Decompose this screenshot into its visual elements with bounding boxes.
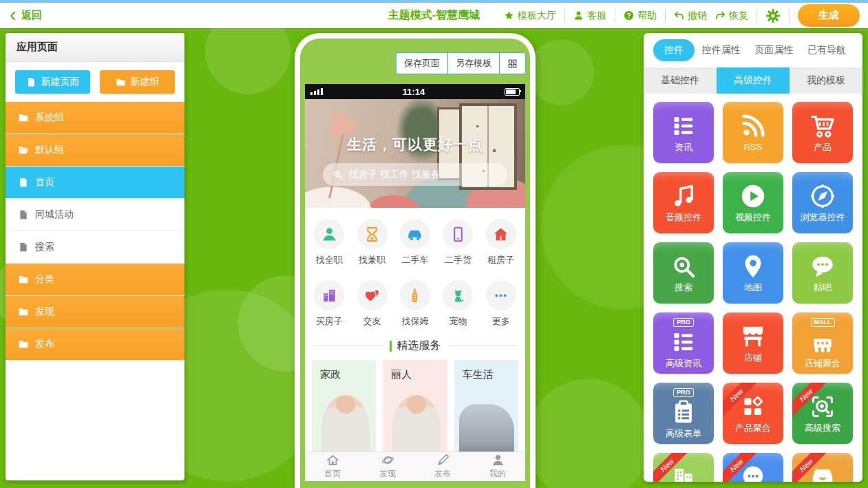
widgets-tab[interactable]: 控件 <box>653 39 695 61</box>
quick-icon-item[interactable]: 二手车 <box>394 219 436 266</box>
quick-icon-label: 交友 <box>363 315 381 328</box>
bottom-nav-label: 我的 <box>489 468 506 480</box>
quick-icon-item[interactable]: 更多 <box>480 280 522 328</box>
widget-tile-icon <box>740 394 766 420</box>
page-title: 主题模式-智慧鹰城 <box>388 8 480 23</box>
page-list-item[interactable]: 搜索 <box>6 231 184 264</box>
widgets-subtab-label: 高级控件 <box>734 74 772 85</box>
new-page-button[interactable]: 新建页面 <box>15 70 90 94</box>
help-label: 帮助 <box>637 10 657 22</box>
help-button[interactable]: 帮助 <box>624 10 657 22</box>
quick-icon-item[interactable]: 二手货 <box>436 219 479 266</box>
page-list-item[interactable]: 首页 <box>6 167 184 199</box>
page-item-label: 默认组 <box>35 144 64 156</box>
widgets-subtabs: 基础控件高级控件我的模板 <box>644 67 862 94</box>
widget-tile[interactable]: 搜索 <box>653 242 714 304</box>
bottom-nav-item[interactable]: 发布 <box>415 452 470 481</box>
widget-tile[interactable]: New 高级搜索 <box>792 383 853 444</box>
widgets-tab[interactable]: 控件属性 <box>695 39 748 61</box>
widget-tile[interactable]: 店铺 <box>723 312 783 374</box>
quick-icon-glyph <box>321 226 337 242</box>
widgets-tab[interactable]: 页面属性 <box>748 39 800 61</box>
service-card-label: 家政 <box>312 360 376 381</box>
page-item-label: 系统组 <box>35 112 64 124</box>
widget-tile[interactable]: New 产品聚合 <box>723 383 783 444</box>
page-item-icon <box>18 112 29 123</box>
save-as-template-button[interactable]: 另存模板 <box>447 52 500 74</box>
service-card[interactable]: 家政 <box>312 360 376 452</box>
customer-service-button[interactable]: 客服 <box>573 10 606 22</box>
widgets-tab-label: 页面属性 <box>754 44 793 55</box>
quick-icon-disc <box>314 280 344 310</box>
hero-search-bar[interactable]: 找房子 找工作 找服务 <box>323 163 507 186</box>
phone-toolbar: 保存页面 另存模板 <box>300 52 530 84</box>
quick-icon-item[interactable]: 租房子 <box>480 219 522 266</box>
template-hall-button[interactable]: 模板大厅 <box>504 10 556 22</box>
widget-tile[interactable]: MALL 店铺聚合 <box>792 312 853 374</box>
widgets-subtab[interactable]: 基础控件 <box>644 67 717 94</box>
quick-icon-item[interactable]: 找全职 <box>308 219 350 266</box>
widget-tile-icon <box>740 253 766 279</box>
quick-icon-disc <box>443 219 473 249</box>
widget-tile-icon <box>740 113 766 139</box>
widgets-tab[interactable]: 已有导航 <box>801 39 853 61</box>
quick-icon-disc <box>357 219 388 249</box>
widget-tile[interactable]: PRO 高级资讯 <box>653 312 714 374</box>
widgets-subtab[interactable]: 我的模板 <box>790 67 862 94</box>
service-card[interactable]: 车生活 <box>454 360 518 452</box>
widget-tile-icon <box>670 464 697 482</box>
folder-icon <box>116 77 126 87</box>
app-pages-panel: 应用页面 新建页面 新建组 系统组 默认组 首页 同城活动 搜索 <box>6 33 184 480</box>
widget-tile-label: 音频控件 <box>666 213 701 222</box>
widget-tile[interactable]: RSS <box>723 102 783 163</box>
generate-button[interactable]: 生成 <box>798 4 860 27</box>
back-button[interactable]: 返回 <box>8 9 42 22</box>
widget-tile-label: 视频控件 <box>735 213 771 222</box>
widget-tile[interactable]: New <box>723 453 783 482</box>
quick-icon-item[interactable]: 找保姆 <box>394 280 436 328</box>
page-list-item[interactable]: 发现 <box>6 296 184 328</box>
quick-icon-label: 更多 <box>492 315 510 328</box>
bottom-nav-item[interactable]: 发现 <box>360 452 415 481</box>
quick-icon-item[interactable]: 找兼职 <box>350 219 393 266</box>
quick-icon-item[interactable]: 宠物 <box>436 280 479 328</box>
bottom-nav-item[interactable]: 首页 <box>305 452 360 481</box>
widget-tile[interactable]: PRO 高级表单 <box>653 383 714 444</box>
widget-tile[interactable]: 产品 <box>792 102 853 163</box>
save-page-button[interactable]: 保存页面 <box>396 52 448 74</box>
widget-tile-icon <box>740 323 766 350</box>
grid-view-button[interactable] <box>499 52 526 74</box>
page-list-item[interactable]: 分类 <box>6 264 184 296</box>
settings-button[interactable] <box>765 8 781 23</box>
widget-tile-icon <box>670 399 697 425</box>
page-list-item[interactable]: 系统组 <box>6 102 184 134</box>
page-list-item[interactable]: 同城活动 <box>6 199 184 231</box>
undo-button[interactable]: 撤销 <box>674 10 707 22</box>
widget-tile[interactable]: 地图 <box>723 242 783 304</box>
page-item-icon <box>18 339 29 350</box>
quick-icon-item[interactable]: 交友 <box>350 280 393 328</box>
new-page-label: 新建页面 <box>41 76 80 88</box>
page-list-item[interactable]: 发布 <box>6 328 184 361</box>
widget-tile-label: 高级表单 <box>666 429 701 438</box>
quick-icon-label: 买房子 <box>316 315 343 328</box>
widget-tile-icon <box>670 329 697 355</box>
widget-tile[interactable]: New <box>653 453 714 482</box>
widget-tile[interactable]: 资讯 <box>653 102 714 163</box>
quick-icon-grid: 找全职 找兼职 二手车 二手货 租房子 买房子 <box>305 208 525 335</box>
new-group-button[interactable]: 新建组 <box>100 70 175 94</box>
redo-button[interactable]: 恢复 <box>715 10 748 22</box>
widget-tile[interactable]: 贴吧 <box>792 242 853 304</box>
widget-tile-label: 搜索 <box>675 283 692 293</box>
widget-tile[interactable]: 浏览器控件 <box>792 172 853 233</box>
service-card[interactable]: 丽人 <box>383 360 447 452</box>
widget-tile[interactable]: 音频控件 <box>653 172 714 233</box>
widget-tile[interactable]: New <box>792 453 853 482</box>
widget-tile[interactable]: 视频控件 <box>723 172 783 233</box>
bottom-nav-item[interactable]: 我的 <box>470 452 525 481</box>
widgets-subtab[interactable]: 高级控件 <box>717 67 790 94</box>
page-list-item[interactable]: 默认组 <box>6 134 184 167</box>
page-item-icon <box>18 274 29 285</box>
quick-icon-disc <box>314 219 344 249</box>
quick-icon-item[interactable]: 买房子 <box>308 280 350 328</box>
